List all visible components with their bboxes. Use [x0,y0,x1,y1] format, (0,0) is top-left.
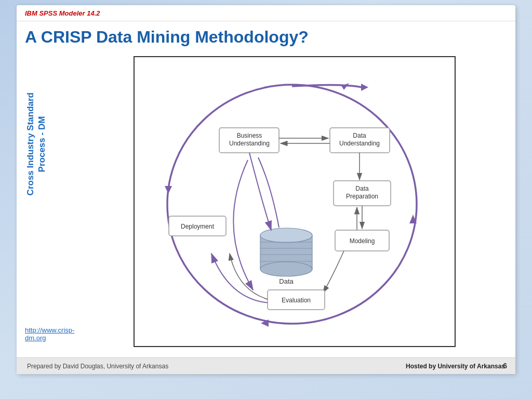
svg-point-30 [260,228,312,243]
svg-text:Data: Data [279,277,294,285]
svg-text:Modeling: Modeling [350,237,375,245]
slide-title: A CRISP Data Mining Methodology? [17,21,515,51]
svg-point-35 [260,262,312,276]
svg-text:Deployment: Deployment [181,223,215,230]
svg-text:Evaluation: Evaluation [282,297,311,304]
crisp-link[interactable]: http://www.crisp-dm.org [25,326,87,347]
page-number: 6 [503,362,507,370]
crisp-diagram: Business Understanding Data Understandin… [139,61,450,342]
diagram-box: Business Understanding Data Understandin… [134,56,456,347]
svg-marker-8 [165,186,172,194]
svg-text:Understanding: Understanding [339,140,380,147]
top-bar: IBM SPSS Modeler 14.2 [17,5,515,21]
footer-right-text: Hosted by University of Arkansas [406,363,505,370]
footer: Prepared by David Douglas, University of… [17,357,515,374]
svg-text:Preparation: Preparation [346,193,378,200]
svg-text:Understanding: Understanding [229,140,270,147]
svg-text:Data: Data [353,132,366,139]
footer-left-text: Prepared by David Douglas, University of… [27,363,168,370]
sidebar-text: Cross Industry Standard Process - DM [25,92,87,195]
svg-text:Data: Data [355,185,369,192]
slide-container: IBM SPSS Modeler 14.2 A CRISP Data Minin… [17,5,515,374]
svg-marker-5 [361,84,368,91]
app-title: IBM SPSS Modeler 14.2 [25,9,100,17]
svg-text:Business: Business [237,132,262,139]
main-content: Business Understanding Data Understandin… [87,56,507,352]
slide-body: Cross Industry Standard Process - DM htt… [17,51,515,357]
left-sidebar: Cross Industry Standard Process - DM htt… [25,56,87,352]
svg-marker-1 [341,83,349,90]
